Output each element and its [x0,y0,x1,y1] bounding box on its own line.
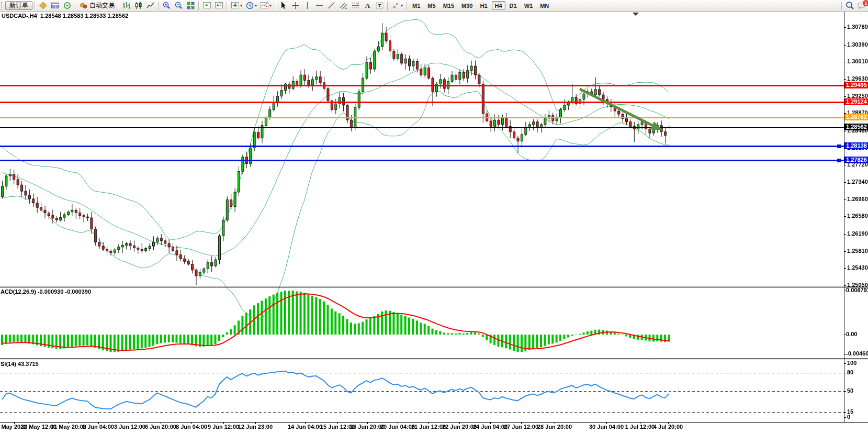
vline-button[interactable] [302,1,313,10]
text-icon: A [363,1,372,10]
crosshair-icon [291,1,300,10]
new-order-button[interactable]: 新订单 [5,1,32,10]
toolbar-separator [406,2,407,10]
toolbar-separator [227,2,228,10]
channel-button[interactable]: E [338,1,349,10]
periods-button[interactable]: ▾ [244,1,258,10]
dropdown-caret-icon: ▾ [269,3,272,8]
chart-shift-button[interactable] [213,1,224,10]
community-icon [63,1,72,10]
toolbar-separator [275,2,276,10]
bars-chart-icon [122,1,131,10]
autotrading-icon [79,1,88,10]
main-toolbar: 新订单自动交易▾▾▾EFAT▾M1M5M15M30H1H4D1W1MN1 [0,0,868,12]
autotrading-button[interactable]: 自动交易 [78,1,116,10]
timeframe-d1-button[interactable]: D1 [506,1,520,10]
templates-icon [260,1,269,10]
fibo-button[interactable]: F [350,1,361,10]
toolbar-separator [75,2,76,10]
timeframe-m15-button[interactable]: M15 [440,1,457,10]
timeframe-h4-button[interactable]: H4 [492,1,505,10]
svg-text:F: F [357,2,359,5]
new-chart-button[interactable] [38,1,49,10]
rsi-indicator-label: SI(14) 43.3715 [1,361,39,367]
tile-windows-icon [186,1,195,10]
svg-text:E: E [345,6,347,9]
timeframe-m30-button[interactable]: M30 [458,1,476,10]
svg-text:A: A [365,2,370,9]
timeframe-h1-button[interactable]: H1 [477,1,490,10]
zoom-in-icon [162,1,171,10]
search-icon [846,1,854,10]
text-button[interactable]: A [362,1,373,10]
shapes-button[interactable]: ▾ [390,1,404,10]
mt4-window: 新订单自动交易▾▾▾EFAT▾M1M5M15M30H1H4D1W1MN1 1.3… [0,0,868,433]
macd-indicator-label: ACD(12,26,9) -0.000930 -0.000390 [1,288,91,295]
trendline-button[interactable] [326,1,337,10]
hline-icon [315,1,324,10]
toolbar-separator [158,2,159,10]
zoom-out-button[interactable] [173,1,184,10]
templates-button[interactable]: ▾ [259,1,273,10]
cursor-button[interactable] [278,1,289,10]
channel-icon: E [339,1,348,10]
toolbar-separator [35,2,36,10]
textlabel-icon: T [375,1,384,10]
new-chart-icon [39,1,48,10]
line-chart-icon [146,1,155,10]
zoom-in-button[interactable] [161,1,172,10]
timeframe-w1-button[interactable]: W1 [521,1,536,10]
toolbar-separator [198,2,199,10]
vline-icon [303,1,312,10]
new-order-label: 新订单 [9,1,28,10]
toolbar-separator [841,2,842,10]
periods-icon [245,1,254,10]
toolbar-separator [387,2,388,10]
zoom-out-icon [174,1,183,10]
timeframe-m5-button[interactable]: M5 [424,1,438,10]
hline-button[interactable] [314,1,325,10]
dropdown-caret-icon: ▾ [255,3,257,8]
search-button[interactable] [844,1,855,10]
indicators-icon [231,1,240,10]
trendline-icon [327,1,336,10]
community-button[interactable] [62,1,73,10]
timeframe-m1-button[interactable]: M1 [409,1,423,10]
profiles-button[interactable] [50,1,61,10]
chart-shift-icon [215,1,223,10]
shapes-icon [391,1,400,10]
bars-chart-button[interactable] [121,1,132,10]
timeframe-mn-button[interactable]: MN [537,1,552,10]
textlabel-button[interactable]: T [374,1,385,10]
chart-ohlc-values: 1.28548 1.28583 1.28533 1.28562 [40,13,128,19]
autoscroll-button[interactable] [201,1,212,10]
toolbar-grip [1,2,4,10]
svg-text:T: T [378,3,381,8]
autotrading-label: 自动交易 [89,1,115,10]
profiles-icon [51,1,60,10]
dropdown-caret-icon: ▾ [240,3,242,8]
autoscroll-icon [202,1,211,10]
tile-windows-button[interactable] [185,1,196,10]
fibo-icon: F [351,1,360,10]
cursor-icon [279,1,288,10]
chat-button[interactable]: 1 [856,1,867,10]
indicators-button[interactable]: ▾ [230,1,243,10]
notification-badge: 1 [863,0,868,6]
toolbar-separator [118,2,119,10]
crosshair-button[interactable] [290,1,301,10]
candles-chart-button[interactable] [133,1,144,10]
chart-symbol-period: USDCAD-,H4 [2,13,37,19]
candles-chart-icon [134,1,143,10]
line-chart-button[interactable] [145,1,156,10]
chart-header: USDCAD-,H4 1.28548 1.28583 1.28533 1.285… [2,13,128,19]
chart-canvas[interactable] [0,0,868,433]
dropdown-caret-icon: ▾ [401,3,403,8]
